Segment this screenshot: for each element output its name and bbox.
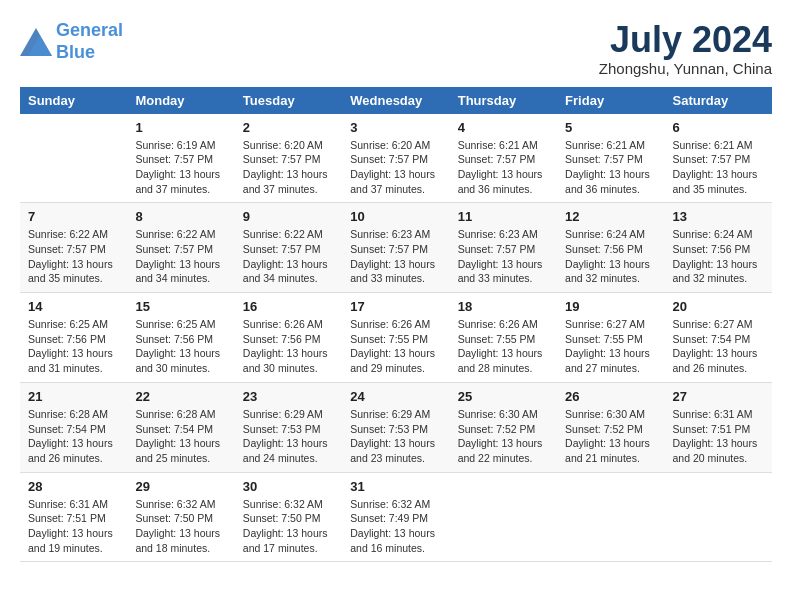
week-row-1: 1Sunrise: 6:19 AMSunset: 7:57 PMDaylight…	[20, 114, 772, 203]
day-cell	[20, 114, 127, 203]
day-info: Sunrise: 6:24 AMSunset: 7:56 PMDaylight:…	[673, 227, 764, 286]
day-cell: 18Sunrise: 6:26 AMSunset: 7:55 PMDayligh…	[450, 293, 557, 383]
location: Zhongshu, Yunnan, China	[599, 60, 772, 77]
day-cell: 20Sunrise: 6:27 AMSunset: 7:54 PMDayligh…	[665, 293, 772, 383]
day-cell: 19Sunrise: 6:27 AMSunset: 7:55 PMDayligh…	[557, 293, 664, 383]
day-info: Sunrise: 6:29 AMSunset: 7:53 PMDaylight:…	[350, 407, 441, 466]
day-info: Sunrise: 6:26 AMSunset: 7:56 PMDaylight:…	[243, 317, 334, 376]
day-number: 8	[135, 209, 226, 224]
day-number: 3	[350, 120, 441, 135]
day-cell: 29Sunrise: 6:32 AMSunset: 7:50 PMDayligh…	[127, 472, 234, 562]
day-info: Sunrise: 6:22 AMSunset: 7:57 PMDaylight:…	[135, 227, 226, 286]
day-cell: 7Sunrise: 6:22 AMSunset: 7:57 PMDaylight…	[20, 203, 127, 293]
day-number: 10	[350, 209, 441, 224]
page-header: General Blue July 2024 Zhongshu, Yunnan,…	[20, 20, 772, 77]
day-number: 23	[243, 389, 334, 404]
day-cell: 15Sunrise: 6:25 AMSunset: 7:56 PMDayligh…	[127, 293, 234, 383]
month-year: July 2024	[599, 20, 772, 60]
day-number: 22	[135, 389, 226, 404]
day-info: Sunrise: 6:31 AMSunset: 7:51 PMDaylight:…	[673, 407, 764, 466]
day-cell: 13Sunrise: 6:24 AMSunset: 7:56 PMDayligh…	[665, 203, 772, 293]
day-cell: 27Sunrise: 6:31 AMSunset: 7:51 PMDayligh…	[665, 382, 772, 472]
logo-icon	[20, 28, 52, 56]
day-number: 13	[673, 209, 764, 224]
day-number: 9	[243, 209, 334, 224]
header-saturday: Saturday	[665, 87, 772, 114]
day-number: 17	[350, 299, 441, 314]
day-info: Sunrise: 6:20 AMSunset: 7:57 PMDaylight:…	[243, 138, 334, 197]
day-info: Sunrise: 6:30 AMSunset: 7:52 PMDaylight:…	[458, 407, 549, 466]
day-info: Sunrise: 6:28 AMSunset: 7:54 PMDaylight:…	[28, 407, 119, 466]
day-info: Sunrise: 6:25 AMSunset: 7:56 PMDaylight:…	[135, 317, 226, 376]
day-number: 27	[673, 389, 764, 404]
day-cell	[665, 472, 772, 562]
day-cell: 2Sunrise: 6:20 AMSunset: 7:57 PMDaylight…	[235, 114, 342, 203]
day-info: Sunrise: 6:23 AMSunset: 7:57 PMDaylight:…	[458, 227, 549, 286]
day-cell: 22Sunrise: 6:28 AMSunset: 7:54 PMDayligh…	[127, 382, 234, 472]
day-number: 28	[28, 479, 119, 494]
day-number: 14	[28, 299, 119, 314]
header-thursday: Thursday	[450, 87, 557, 114]
week-row-4: 21Sunrise: 6:28 AMSunset: 7:54 PMDayligh…	[20, 382, 772, 472]
day-cell: 4Sunrise: 6:21 AMSunset: 7:57 PMDaylight…	[450, 114, 557, 203]
day-info: Sunrise: 6:21 AMSunset: 7:57 PMDaylight:…	[673, 138, 764, 197]
day-number: 15	[135, 299, 226, 314]
header-sunday: Sunday	[20, 87, 127, 114]
day-cell: 3Sunrise: 6:20 AMSunset: 7:57 PMDaylight…	[342, 114, 449, 203]
day-cell	[450, 472, 557, 562]
day-info: Sunrise: 6:20 AMSunset: 7:57 PMDaylight:…	[350, 138, 441, 197]
day-number: 2	[243, 120, 334, 135]
day-cell: 12Sunrise: 6:24 AMSunset: 7:56 PMDayligh…	[557, 203, 664, 293]
week-row-2: 7Sunrise: 6:22 AMSunset: 7:57 PMDaylight…	[20, 203, 772, 293]
day-info: Sunrise: 6:25 AMSunset: 7:56 PMDaylight:…	[28, 317, 119, 376]
day-number: 31	[350, 479, 441, 494]
day-cell: 23Sunrise: 6:29 AMSunset: 7:53 PMDayligh…	[235, 382, 342, 472]
day-cell: 24Sunrise: 6:29 AMSunset: 7:53 PMDayligh…	[342, 382, 449, 472]
day-info: Sunrise: 6:21 AMSunset: 7:57 PMDaylight:…	[458, 138, 549, 197]
day-cell: 28Sunrise: 6:31 AMSunset: 7:51 PMDayligh…	[20, 472, 127, 562]
header-wednesday: Wednesday	[342, 87, 449, 114]
header-tuesday: Tuesday	[235, 87, 342, 114]
day-cell: 1Sunrise: 6:19 AMSunset: 7:57 PMDaylight…	[127, 114, 234, 203]
day-number: 30	[243, 479, 334, 494]
day-info: Sunrise: 6:21 AMSunset: 7:57 PMDaylight:…	[565, 138, 656, 197]
day-info: Sunrise: 6:31 AMSunset: 7:51 PMDaylight:…	[28, 497, 119, 556]
day-number: 19	[565, 299, 656, 314]
day-info: Sunrise: 6:27 AMSunset: 7:55 PMDaylight:…	[565, 317, 656, 376]
day-info: Sunrise: 6:29 AMSunset: 7:53 PMDaylight:…	[243, 407, 334, 466]
day-cell: 14Sunrise: 6:25 AMSunset: 7:56 PMDayligh…	[20, 293, 127, 383]
day-number: 1	[135, 120, 226, 135]
day-info: Sunrise: 6:27 AMSunset: 7:54 PMDaylight:…	[673, 317, 764, 376]
header-monday: Monday	[127, 87, 234, 114]
day-cell: 5Sunrise: 6:21 AMSunset: 7:57 PMDaylight…	[557, 114, 664, 203]
day-number: 20	[673, 299, 764, 314]
day-cell: 21Sunrise: 6:28 AMSunset: 7:54 PMDayligh…	[20, 382, 127, 472]
day-number: 4	[458, 120, 549, 135]
day-number: 26	[565, 389, 656, 404]
day-cell: 6Sunrise: 6:21 AMSunset: 7:57 PMDaylight…	[665, 114, 772, 203]
day-number: 29	[135, 479, 226, 494]
logo: General Blue	[20, 20, 123, 63]
day-info: Sunrise: 6:32 AMSunset: 7:50 PMDaylight:…	[243, 497, 334, 556]
day-info: Sunrise: 6:32 AMSunset: 7:50 PMDaylight:…	[135, 497, 226, 556]
calendar-table: SundayMondayTuesdayWednesdayThursdayFrid…	[20, 87, 772, 563]
day-number: 25	[458, 389, 549, 404]
day-info: Sunrise: 6:23 AMSunset: 7:57 PMDaylight:…	[350, 227, 441, 286]
day-info: Sunrise: 6:28 AMSunset: 7:54 PMDaylight:…	[135, 407, 226, 466]
day-number: 5	[565, 120, 656, 135]
day-info: Sunrise: 6:26 AMSunset: 7:55 PMDaylight:…	[350, 317, 441, 376]
day-number: 12	[565, 209, 656, 224]
day-info: Sunrise: 6:22 AMSunset: 7:57 PMDaylight:…	[243, 227, 334, 286]
header-row: SundayMondayTuesdayWednesdayThursdayFrid…	[20, 87, 772, 114]
day-number: 6	[673, 120, 764, 135]
day-info: Sunrise: 6:22 AMSunset: 7:57 PMDaylight:…	[28, 227, 119, 286]
day-cell: 8Sunrise: 6:22 AMSunset: 7:57 PMDaylight…	[127, 203, 234, 293]
day-cell: 25Sunrise: 6:30 AMSunset: 7:52 PMDayligh…	[450, 382, 557, 472]
day-info: Sunrise: 6:24 AMSunset: 7:56 PMDaylight:…	[565, 227, 656, 286]
day-number: 7	[28, 209, 119, 224]
week-row-5: 28Sunrise: 6:31 AMSunset: 7:51 PMDayligh…	[20, 472, 772, 562]
day-cell	[557, 472, 664, 562]
day-cell: 31Sunrise: 6:32 AMSunset: 7:49 PMDayligh…	[342, 472, 449, 562]
day-cell: 30Sunrise: 6:32 AMSunset: 7:50 PMDayligh…	[235, 472, 342, 562]
day-info: Sunrise: 6:30 AMSunset: 7:52 PMDaylight:…	[565, 407, 656, 466]
